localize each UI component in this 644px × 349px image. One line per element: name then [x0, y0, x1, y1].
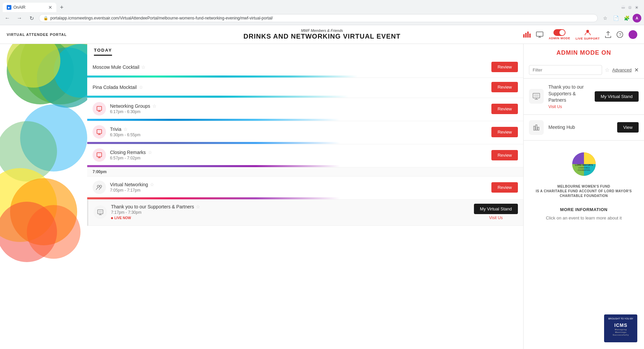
icms-badge-logo: ICMS Managing Meetings Successfully — [608, 321, 633, 340]
sidebar-item-info: Thank you to our Supporters & Partners V… — [548, 84, 590, 109]
review-button[interactable]: Review — [491, 127, 518, 137]
admin-mode-text: ADMIN MODE ON — [530, 49, 637, 56]
svg-text:FOUNDATION: FOUNDATION — [578, 169, 590, 171]
browser-chrome: ▶ OnAIR ✕ + — □ ✕ ← → ↻ 🔒 portalapp.icms… — [0, 0, 644, 25]
favorite-star[interactable]: ☆ — [196, 204, 200, 209]
svg-text:Managing: Managing — [615, 329, 627, 331]
item-name: Pina Colada Mocktail ☆ — [93, 85, 487, 90]
sidebar-item-title: Thank you to our Supporters & Partners — [548, 84, 590, 104]
pdf-icon[interactable]: 📄 — [611, 13, 621, 23]
charity-logo: LORD MAYOR'S CHARITABLE FOUNDATION — [529, 147, 639, 181]
admin-mode-group[interactable]: ADMIN MODE — [549, 29, 570, 40]
active-tab[interactable]: ▶ OnAIR ✕ — [3, 3, 56, 12]
favorite-star[interactable]: ☆ — [150, 182, 154, 187]
color-bar — [87, 197, 340, 199]
svg-rect-38 — [534, 94, 539, 97]
sidebar-view-button[interactable]: View — [617, 122, 639, 133]
share-icon[interactable] — [605, 31, 611, 38]
item-name: Trivia ☆ — [110, 127, 487, 132]
favorite-star[interactable]: ☆ — [139, 85, 143, 90]
advanced-filter-link[interactable]: Advanced — [612, 67, 632, 72]
sidebar-item-title: Meeting Hub — [548, 124, 612, 131]
svg-point-32 — [100, 185, 102, 187]
time-marker: 7:00pm — [87, 167, 523, 177]
bookmark-icon[interactable]: ☆ — [600, 13, 610, 23]
sidebar-my-virtual-stand-button[interactable]: My Virtual Stand — [595, 91, 639, 102]
favorite-star[interactable]: ☆ — [148, 150, 152, 155]
address-bar[interactable]: 🔒 portalapp.icmsmeetings.eventsair.com/V… — [39, 14, 598, 22]
schedule-item: Pina Colada Mocktail ☆ Review — [87, 78, 523, 98]
more-info-title: MORE INFORMATION — [529, 207, 639, 212]
chart-icon-group[interactable] — [523, 32, 531, 38]
header-center: MWF Members & Friends DRINKS AND NETWORK… — [244, 29, 400, 40]
help-icon[interactable]: ? — [616, 31, 623, 38]
tab-favicon: ▶ — [7, 5, 11, 10]
item-info: Trivia ☆ 6:30pm - 6:55pm — [110, 127, 487, 137]
svg-rect-3 — [529, 34, 531, 38]
review-button[interactable]: Review — [491, 82, 518, 92]
extensions-icon[interactable]: 🧩 — [622, 13, 631, 23]
user-avatar[interactable] — [629, 30, 637, 39]
sidebar-item-button-container: My Virtual Stand — [595, 91, 639, 102]
item-time: 6:57pm - 7:02pm — [110, 156, 487, 160]
review-button[interactable]: Review — [491, 150, 518, 160]
color-bar — [87, 96, 349, 98]
svg-point-31 — [97, 185, 99, 187]
event-title: DRINKS AND NETWORKING VIRTUAL EVENT — [244, 33, 400, 40]
sidebar-session-item: Thank you to our Supporters & Partners V… — [524, 79, 644, 115]
schedule-item: Virtual Networking ☆ 7:05pm - 7:17pm Rev… — [87, 177, 523, 200]
color-bar — [87, 76, 358, 78]
filter-clear-button[interactable]: ✕ — [634, 67, 639, 73]
review-button[interactable]: Review — [491, 182, 518, 193]
window-minimize[interactable]: — — [621, 5, 625, 9]
visit-us-link[interactable]: Visit Us — [489, 215, 502, 220]
item-time: 6:17pm - 6:30pm — [110, 109, 487, 114]
back-button[interactable]: ← — [3, 13, 12, 23]
monitor-icon-group[interactable] — [536, 32, 543, 38]
review-button[interactable]: Review — [491, 62, 518, 72]
sidebar-meeting-hub-item: Meeting Hub View — [524, 115, 644, 141]
svg-point-7 — [586, 30, 589, 33]
svg-text:Successfully: Successfully — [612, 334, 629, 336]
color-bar — [87, 165, 340, 167]
svg-rect-1 — [525, 33, 527, 38]
favorite-star[interactable]: ☆ — [152, 103, 157, 109]
item-info: Virtual Networking ☆ 7:05pm - 7:17pm — [110, 182, 487, 193]
tab-close-button[interactable]: ✕ — [48, 5, 52, 10]
profile-avatar[interactable]: A — [633, 14, 641, 22]
admin-mode-label: ADMIN MODE — [549, 37, 570, 40]
live-support-group[interactable]: LIVE SUPPORT — [576, 29, 600, 40]
sidebar-visit-us-link[interactable]: Visit Us — [548, 104, 562, 109]
admin-mode-toggle[interactable] — [553, 29, 566, 36]
session-icon — [93, 102, 106, 115]
favorite-star[interactable]: ☆ — [123, 127, 128, 132]
window-maximize[interactable]: □ — [628, 5, 632, 9]
window-close[interactable]: ✕ — [635, 5, 639, 9]
item-time: 6:30pm - 6:55pm — [110, 133, 487, 137]
filter-star-icon[interactable]: ☆ — [605, 67, 609, 73]
main-content: TODAY Moscow Mule Cocktail ☆ Review Pina… — [0, 44, 644, 349]
item-info: Pina Colada Mocktail ☆ — [93, 85, 487, 90]
event-subtitle: MWF Members & Friends — [244, 29, 400, 33]
decorative-circles — [0, 44, 87, 279]
my-virtual-stand-button[interactable]: My Virtual Stand — [474, 204, 518, 214]
item-name: Thank you to our Supporters & Partners ☆ — [111, 204, 470, 209]
refresh-button[interactable]: ↻ — [27, 13, 36, 23]
session-icon — [93, 148, 106, 162]
svg-text:ICMS: ICMS — [614, 322, 627, 328]
filter-input[interactable] — [529, 65, 602, 75]
schedule-item: Trivia ☆ 6:30pm - 6:55pm Review — [87, 121, 523, 144]
color-bar — [87, 142, 340, 144]
browser-toolbar: ☆ 📄 🧩 A — [600, 13, 641, 23]
session-icon — [93, 181, 106, 194]
item-buttons: My Virtual Stand Visit Us — [474, 204, 518, 220]
svg-text:LORD MAYOR'S: LORD MAYOR'S — [575, 164, 593, 166]
svg-rect-43 — [538, 127, 539, 130]
review-button[interactable]: Review — [491, 104, 518, 114]
window-controls: — □ ✕ — [621, 5, 641, 9]
icms-badge-line1: BROUGHT TO YOU BY — [608, 317, 633, 320]
new-tab-button[interactable]: + — [58, 3, 66, 11]
lock-icon: 🔒 — [43, 16, 48, 20]
forward-button[interactable]: → — [15, 13, 24, 23]
favorite-star[interactable]: ☆ — [141, 64, 146, 70]
